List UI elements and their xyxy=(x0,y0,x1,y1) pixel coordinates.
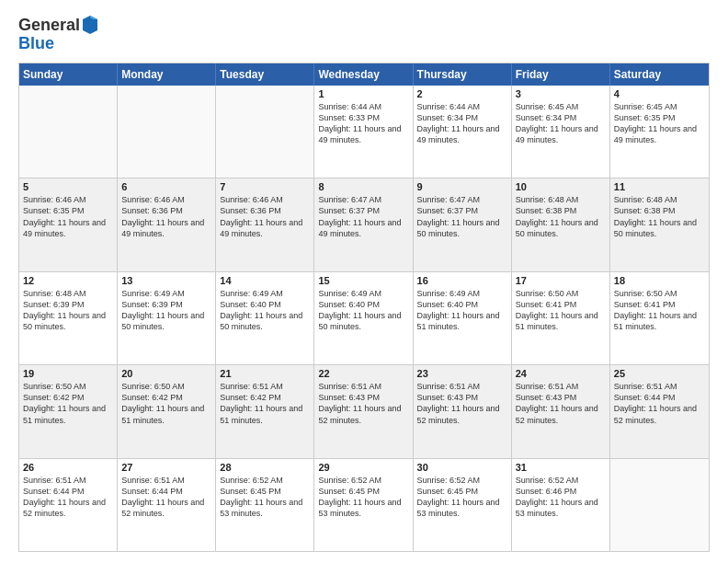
day-number: 6 xyxy=(121,181,211,192)
day-info: Sunrise: 6:52 AM Sunset: 6:45 PM Dayligh… xyxy=(318,475,408,520)
calendar-cell: 19Sunrise: 6:50 AM Sunset: 6:42 PM Dayli… xyxy=(19,365,118,457)
calendar-cell: 25Sunrise: 6:51 AM Sunset: 6:44 PM Dayli… xyxy=(610,365,709,457)
calendar-row-3: 19Sunrise: 6:50 AM Sunset: 6:42 PM Dayli… xyxy=(19,364,709,457)
day-info: Sunrise: 6:45 AM Sunset: 6:35 PM Dayligh… xyxy=(614,101,705,146)
header-day-wednesday: Wednesday xyxy=(314,63,413,86)
calendar-cell: 11Sunrise: 6:48 AM Sunset: 6:38 PM Dayli… xyxy=(610,178,709,270)
day-number: 11 xyxy=(614,181,705,192)
header-day-monday: Monday xyxy=(118,63,216,86)
calendar-cell: 9Sunrise: 6:47 AM Sunset: 6:37 PM Daylig… xyxy=(414,178,512,270)
calendar: SundayMondayTuesdayWednesdayThursdayFrid… xyxy=(18,63,710,552)
calendar-cell: 16Sunrise: 6:49 AM Sunset: 6:40 PM Dayli… xyxy=(414,272,512,364)
calendar-cell: 28Sunrise: 6:52 AM Sunset: 6:45 PM Dayli… xyxy=(216,459,314,551)
day-number: 4 xyxy=(614,88,705,99)
day-number: 1 xyxy=(318,88,408,99)
calendar-cell: 17Sunrise: 6:50 AM Sunset: 6:41 PM Dayli… xyxy=(512,272,610,364)
calendar-cell: 21Sunrise: 6:51 AM Sunset: 6:42 PM Dayli… xyxy=(216,365,314,457)
day-info: Sunrise: 6:52 AM Sunset: 6:45 PM Dayligh… xyxy=(220,475,310,520)
day-info: Sunrise: 6:47 AM Sunset: 6:37 PM Dayligh… xyxy=(417,194,507,239)
header-day-tuesday: Tuesday xyxy=(216,63,314,86)
day-info: Sunrise: 6:52 AM Sunset: 6:45 PM Dayligh… xyxy=(417,475,507,520)
calendar-cell: 20Sunrise: 6:50 AM Sunset: 6:42 PM Dayli… xyxy=(118,365,216,457)
calendar-cell: 30Sunrise: 6:52 AM Sunset: 6:45 PM Dayli… xyxy=(414,459,512,551)
day-info: Sunrise: 6:51 AM Sunset: 6:44 PM Dayligh… xyxy=(614,381,705,426)
day-info: Sunrise: 6:48 AM Sunset: 6:38 PM Dayligh… xyxy=(516,194,606,239)
calendar-cell xyxy=(118,86,216,178)
calendar-cell: 6Sunrise: 6:46 AM Sunset: 6:36 PM Daylig… xyxy=(118,178,216,270)
day-number: 25 xyxy=(614,368,705,379)
day-info: Sunrise: 6:44 AM Sunset: 6:34 PM Dayligh… xyxy=(417,101,507,146)
calendar-cell: 4Sunrise: 6:45 AM Sunset: 6:35 PM Daylig… xyxy=(610,86,709,178)
logo-blue-text: Blue xyxy=(18,35,98,53)
calendar-header: SundayMondayTuesdayWednesdayThursdayFrid… xyxy=(19,63,709,86)
calendar-cell: 31Sunrise: 6:52 AM Sunset: 6:46 PM Dayli… xyxy=(512,459,610,551)
day-info: Sunrise: 6:45 AM Sunset: 6:34 PM Dayligh… xyxy=(516,101,606,146)
logo-text: General Blue xyxy=(18,17,98,53)
day-info: Sunrise: 6:50 AM Sunset: 6:41 PM Dayligh… xyxy=(614,288,705,333)
day-number: 17 xyxy=(516,275,606,286)
day-info: Sunrise: 6:51 AM Sunset: 6:44 PM Dayligh… xyxy=(23,475,113,520)
calendar-cell: 18Sunrise: 6:50 AM Sunset: 6:41 PM Dayli… xyxy=(610,272,709,364)
day-info: Sunrise: 6:46 AM Sunset: 6:36 PM Dayligh… xyxy=(121,194,211,239)
logo-icon xyxy=(82,15,98,35)
calendar-cell: 14Sunrise: 6:49 AM Sunset: 6:40 PM Dayli… xyxy=(216,272,314,364)
calendar-cell: 10Sunrise: 6:48 AM Sunset: 6:38 PM Dayli… xyxy=(512,178,610,270)
logo: General Blue xyxy=(18,17,98,53)
day-number: 12 xyxy=(23,275,113,286)
day-info: Sunrise: 6:46 AM Sunset: 6:36 PM Dayligh… xyxy=(220,194,310,239)
calendar-row-2: 12Sunrise: 6:48 AM Sunset: 6:39 PM Dayli… xyxy=(19,271,709,364)
calendar-cell: 26Sunrise: 6:51 AM Sunset: 6:44 PM Dayli… xyxy=(19,459,118,551)
day-number: 30 xyxy=(417,462,507,473)
day-info: Sunrise: 6:46 AM Sunset: 6:35 PM Dayligh… xyxy=(23,194,113,239)
day-number: 28 xyxy=(220,462,310,473)
calendar-body: 1Sunrise: 6:44 AM Sunset: 6:33 PM Daylig… xyxy=(19,86,709,551)
day-info: Sunrise: 6:49 AM Sunset: 6:39 PM Dayligh… xyxy=(121,288,211,333)
day-number: 2 xyxy=(417,88,507,99)
day-info: Sunrise: 6:50 AM Sunset: 6:41 PM Dayligh… xyxy=(516,288,606,333)
day-info: Sunrise: 6:47 AM Sunset: 6:37 PM Dayligh… xyxy=(318,194,408,239)
calendar-cell: 5Sunrise: 6:46 AM Sunset: 6:35 PM Daylig… xyxy=(19,178,118,270)
day-number: 20 xyxy=(121,368,211,379)
day-number: 15 xyxy=(318,275,408,286)
calendar-cell: 3Sunrise: 6:45 AM Sunset: 6:34 PM Daylig… xyxy=(512,86,610,178)
calendar-cell: 13Sunrise: 6:49 AM Sunset: 6:39 PM Dayli… xyxy=(118,272,216,364)
day-number: 21 xyxy=(220,368,310,379)
day-info: Sunrise: 6:50 AM Sunset: 6:42 PM Dayligh… xyxy=(23,381,113,426)
header-day-sunday: Sunday xyxy=(19,63,118,86)
calendar-cell: 29Sunrise: 6:52 AM Sunset: 6:45 PM Dayli… xyxy=(314,459,413,551)
calendar-cell: 8Sunrise: 6:47 AM Sunset: 6:37 PM Daylig… xyxy=(314,178,413,270)
day-number: 22 xyxy=(318,368,408,379)
day-info: Sunrise: 6:51 AM Sunset: 6:44 PM Dayligh… xyxy=(121,475,211,520)
day-info: Sunrise: 6:44 AM Sunset: 6:33 PM Dayligh… xyxy=(318,101,408,146)
calendar-cell xyxy=(610,459,709,551)
day-info: Sunrise: 6:48 AM Sunset: 6:38 PM Dayligh… xyxy=(614,194,705,239)
calendar-row-0: 1Sunrise: 6:44 AM Sunset: 6:33 PM Daylig… xyxy=(19,86,709,178)
day-info: Sunrise: 6:51 AM Sunset: 6:42 PM Dayligh… xyxy=(220,381,310,426)
calendar-cell: 15Sunrise: 6:49 AM Sunset: 6:40 PM Dayli… xyxy=(314,272,413,364)
header-day-friday: Friday xyxy=(512,63,610,86)
calendar-cell: 1Sunrise: 6:44 AM Sunset: 6:33 PM Daylig… xyxy=(314,86,413,178)
calendar-cell: 12Sunrise: 6:48 AM Sunset: 6:39 PM Dayli… xyxy=(19,272,118,364)
day-number: 14 xyxy=(220,275,310,286)
day-number: 13 xyxy=(121,275,211,286)
calendar-cell xyxy=(19,86,118,178)
page: General Blue SundayMondayTuesdayWednesda… xyxy=(0,0,728,563)
day-number: 7 xyxy=(220,181,310,192)
calendar-cell: 22Sunrise: 6:51 AM Sunset: 6:43 PM Dayli… xyxy=(314,365,413,457)
day-number: 24 xyxy=(516,368,606,379)
calendar-row-1: 5Sunrise: 6:46 AM Sunset: 6:35 PM Daylig… xyxy=(19,178,709,270)
day-info: Sunrise: 6:50 AM Sunset: 6:42 PM Dayligh… xyxy=(121,381,211,426)
day-info: Sunrise: 6:51 AM Sunset: 6:43 PM Dayligh… xyxy=(516,381,606,426)
day-number: 9 xyxy=(417,181,507,192)
day-info: Sunrise: 6:48 AM Sunset: 6:39 PM Dayligh… xyxy=(23,288,113,333)
day-number: 19 xyxy=(23,368,113,379)
day-number: 5 xyxy=(23,181,113,192)
header: General Blue xyxy=(18,17,710,53)
day-info: Sunrise: 6:49 AM Sunset: 6:40 PM Dayligh… xyxy=(318,288,408,333)
day-number: 16 xyxy=(417,275,507,286)
logo-general-text: General xyxy=(18,17,80,35)
header-day-saturday: Saturday xyxy=(610,63,709,86)
calendar-cell: 2Sunrise: 6:44 AM Sunset: 6:34 PM Daylig… xyxy=(414,86,512,178)
day-number: 31 xyxy=(516,462,606,473)
day-number: 18 xyxy=(614,275,705,286)
